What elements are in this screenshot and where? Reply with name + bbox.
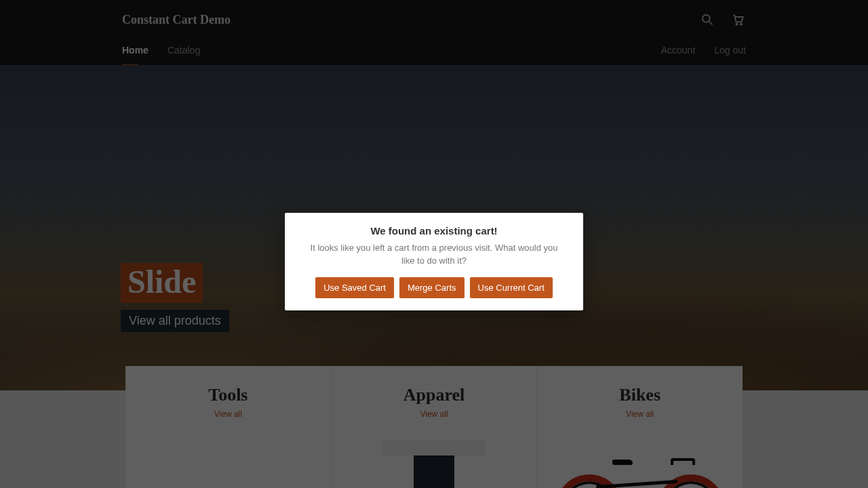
use-current-cart-button[interactable]: Use Current Cart	[470, 277, 553, 298]
existing-cart-modal: We found an existing cart! It looks like…	[285, 213, 583, 310]
modal-title: We found an existing cart!	[302, 225, 566, 237]
use-saved-cart-button[interactable]: Use Saved Cart	[315, 277, 394, 298]
merge-carts-button[interactable]: Merge Carts	[399, 277, 465, 298]
modal-actions: Use Saved Cart Merge Carts Use Current C…	[302, 277, 566, 298]
modal-body: It looks like you left a cart from a pre…	[302, 242, 566, 268]
